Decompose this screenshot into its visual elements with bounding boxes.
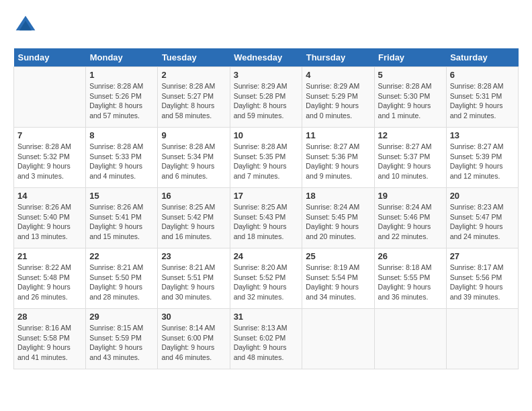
- day-info: Sunrise: 8:27 AM Sunset: 5:37 PM Dayligh…: [378, 142, 443, 181]
- day-info: Sunrise: 8:16 AM Sunset: 5:58 PM Dayligh…: [17, 323, 82, 363]
- calendar-cell: 31Sunrise: 8:13 AM Sunset: 6:02 PM Dayli…: [230, 309, 302, 369]
- day-number: 21: [17, 251, 82, 261]
- calendar-cell: 13Sunrise: 8:27 AM Sunset: 5:39 PM Dayli…: [446, 128, 518, 188]
- calendar-cell: 11Sunrise: 8:27 AM Sunset: 5:36 PM Dayli…: [302, 128, 374, 188]
- day-number: 11: [306, 130, 370, 140]
- day-number: 20: [450, 191, 515, 201]
- day-number: 29: [89, 312, 154, 322]
- day-info: Sunrise: 8:24 AM Sunset: 5:46 PM Dayligh…: [378, 202, 443, 242]
- day-info: Sunrise: 8:28 AM Sunset: 5:27 PM Dayligh…: [161, 81, 226, 121]
- day-number: 27: [450, 251, 515, 261]
- day-info: Sunrise: 8:15 AM Sunset: 5:59 PM Dayligh…: [89, 323, 154, 363]
- calendar-cell: 29Sunrise: 8:15 AM Sunset: 5:59 PM Dayli…: [86, 309, 158, 369]
- day-info: Sunrise: 8:25 AM Sunset: 5:43 PM Dayligh…: [234, 202, 299, 242]
- calendar-cell: [446, 309, 518, 369]
- day-info: Sunrise: 8:23 AM Sunset: 5:47 PM Dayligh…: [450, 202, 515, 242]
- calendar-table: SundayMondayTuesdayWednesdayThursdayFrid…: [13, 48, 519, 369]
- day-info: Sunrise: 8:28 AM Sunset: 5:26 PM Dayligh…: [89, 81, 154, 121]
- calendar-cell: 21Sunrise: 8:22 AM Sunset: 5:48 PM Dayli…: [14, 248, 86, 309]
- calendar-cell: [374, 309, 446, 369]
- calendar-cell: 26Sunrise: 8:18 AM Sunset: 5:55 PM Dayli…: [374, 248, 446, 309]
- calendar-cell: 3Sunrise: 8:29 AM Sunset: 5:28 PM Daylig…: [230, 67, 302, 128]
- day-info: Sunrise: 8:21 AM Sunset: 5:50 PM Dayligh…: [89, 263, 154, 302]
- weekday-header-sunday: Sunday: [14, 48, 86, 67]
- day-number: 7: [17, 130, 82, 140]
- day-info: Sunrise: 8:13 AM Sunset: 6:02 PM Dayligh…: [234, 323, 299, 363]
- day-info: Sunrise: 8:17 AM Sunset: 5:56 PM Dayligh…: [450, 263, 515, 302]
- page-header: [13, 13, 519, 38]
- day-number: 28: [17, 312, 82, 322]
- day-number: 19: [378, 191, 443, 201]
- calendar-cell: 24Sunrise: 8:20 AM Sunset: 5:52 PM Dayli…: [230, 248, 302, 309]
- day-info: Sunrise: 8:28 AM Sunset: 5:31 PM Dayligh…: [450, 81, 515, 121]
- day-info: Sunrise: 8:24 AM Sunset: 5:45 PM Dayligh…: [306, 202, 370, 242]
- calendar-cell: 25Sunrise: 8:19 AM Sunset: 5:54 PM Dayli…: [302, 248, 374, 309]
- day-number: 5: [378, 70, 443, 80]
- day-info: Sunrise: 8:28 AM Sunset: 5:33 PM Dayligh…: [89, 142, 154, 181]
- calendar-cell: 28Sunrise: 8:16 AM Sunset: 5:58 PM Dayli…: [14, 309, 86, 369]
- calendar-week-5: 28Sunrise: 8:16 AM Sunset: 5:58 PM Dayli…: [14, 309, 519, 369]
- day-number: 3: [234, 70, 299, 80]
- day-info: Sunrise: 8:26 AM Sunset: 5:40 PM Dayligh…: [17, 202, 82, 242]
- calendar-cell: 19Sunrise: 8:24 AM Sunset: 5:46 PM Dayli…: [374, 188, 446, 248]
- calendar-cell: 14Sunrise: 8:26 AM Sunset: 5:40 PM Dayli…: [14, 188, 86, 248]
- day-info: Sunrise: 8:28 AM Sunset: 5:30 PM Dayligh…: [378, 81, 443, 121]
- day-info: Sunrise: 8:29 AM Sunset: 5:28 PM Dayligh…: [234, 81, 299, 121]
- calendar-cell: 12Sunrise: 8:27 AM Sunset: 5:37 PM Dayli…: [374, 128, 446, 188]
- day-info: Sunrise: 8:22 AM Sunset: 5:48 PM Dayligh…: [17, 263, 82, 302]
- calendar-cell: 17Sunrise: 8:25 AM Sunset: 5:43 PM Dayli…: [230, 188, 302, 248]
- day-number: 18: [306, 191, 370, 201]
- day-number: 14: [17, 191, 82, 201]
- day-number: 22: [89, 251, 154, 261]
- calendar-cell: 8Sunrise: 8:28 AM Sunset: 5:33 PM Daylig…: [86, 128, 158, 188]
- calendar-cell: 18Sunrise: 8:24 AM Sunset: 5:45 PM Dayli…: [302, 188, 374, 248]
- day-info: Sunrise: 8:27 AM Sunset: 5:36 PM Dayligh…: [306, 142, 370, 181]
- day-number: 13: [450, 130, 515, 140]
- calendar-cell: 27Sunrise: 8:17 AM Sunset: 5:56 PM Dayli…: [446, 248, 518, 309]
- day-info: Sunrise: 8:27 AM Sunset: 5:39 PM Dayligh…: [450, 142, 515, 181]
- weekday-header-thursday: Thursday: [302, 48, 374, 67]
- calendar-cell: 7Sunrise: 8:28 AM Sunset: 5:32 PM Daylig…: [14, 128, 86, 188]
- day-number: 12: [378, 130, 443, 140]
- day-info: Sunrise: 8:28 AM Sunset: 5:34 PM Dayligh…: [161, 142, 226, 181]
- calendar-cell: 22Sunrise: 8:21 AM Sunset: 5:50 PM Dayli…: [86, 248, 158, 309]
- day-info: Sunrise: 8:14 AM Sunset: 6:00 PM Dayligh…: [161, 323, 226, 363]
- day-number: 26: [378, 251, 443, 261]
- calendar-week-3: 14Sunrise: 8:26 AM Sunset: 5:40 PM Dayli…: [14, 188, 519, 248]
- calendar-week-4: 21Sunrise: 8:22 AM Sunset: 5:48 PM Dayli…: [14, 248, 519, 309]
- day-number: 10: [234, 130, 299, 140]
- calendar-cell: 6Sunrise: 8:28 AM Sunset: 5:31 PM Daylig…: [446, 67, 518, 128]
- calendar-cell: 16Sunrise: 8:25 AM Sunset: 5:42 PM Dayli…: [158, 188, 230, 248]
- day-info: Sunrise: 8:29 AM Sunset: 5:29 PM Dayligh…: [306, 81, 370, 121]
- day-number: 17: [234, 191, 299, 201]
- day-number: 6: [450, 70, 515, 80]
- calendar-cell: 15Sunrise: 8:26 AM Sunset: 5:41 PM Dayli…: [86, 188, 158, 248]
- day-number: 31: [234, 312, 299, 322]
- calendar-cell: 10Sunrise: 8:28 AM Sunset: 5:35 PM Dayli…: [230, 128, 302, 188]
- day-info: Sunrise: 8:26 AM Sunset: 5:41 PM Dayligh…: [89, 202, 154, 242]
- calendar-cell: [302, 309, 374, 369]
- day-number: 25: [306, 251, 370, 261]
- calendar-cell: 4Sunrise: 8:29 AM Sunset: 5:29 PM Daylig…: [302, 67, 374, 128]
- weekday-header-monday: Monday: [86, 48, 158, 67]
- weekday-header-wednesday: Wednesday: [230, 48, 302, 67]
- calendar-cell: 2Sunrise: 8:28 AM Sunset: 5:27 PM Daylig…: [158, 67, 230, 128]
- logo: [13, 13, 40, 38]
- day-info: Sunrise: 8:28 AM Sunset: 5:35 PM Dayligh…: [234, 142, 299, 181]
- calendar-cell: 9Sunrise: 8:28 AM Sunset: 5:34 PM Daylig…: [158, 128, 230, 188]
- day-number: 15: [89, 191, 154, 201]
- calendar-cell: 20Sunrise: 8:23 AM Sunset: 5:47 PM Dayli…: [446, 188, 518, 248]
- day-info: Sunrise: 8:18 AM Sunset: 5:55 PM Dayligh…: [378, 263, 443, 302]
- weekday-header-tuesday: Tuesday: [158, 48, 230, 67]
- calendar-cell: [14, 67, 86, 128]
- day-number: 2: [161, 70, 226, 80]
- day-number: 8: [89, 130, 154, 140]
- calendar-cell: 1Sunrise: 8:28 AM Sunset: 5:26 PM Daylig…: [86, 67, 158, 128]
- day-number: 16: [161, 191, 226, 201]
- calendar-cell: 23Sunrise: 8:21 AM Sunset: 5:51 PM Dayli…: [158, 248, 230, 309]
- weekday-header-friday: Friday: [374, 48, 446, 67]
- calendar-week-1: 1Sunrise: 8:28 AM Sunset: 5:26 PM Daylig…: [14, 67, 519, 128]
- calendar-week-2: 7Sunrise: 8:28 AM Sunset: 5:32 PM Daylig…: [14, 128, 519, 188]
- weekday-header-row: SundayMondayTuesdayWednesdayThursdayFrid…: [14, 48, 519, 67]
- day-info: Sunrise: 8:19 AM Sunset: 5:54 PM Dayligh…: [306, 263, 370, 302]
